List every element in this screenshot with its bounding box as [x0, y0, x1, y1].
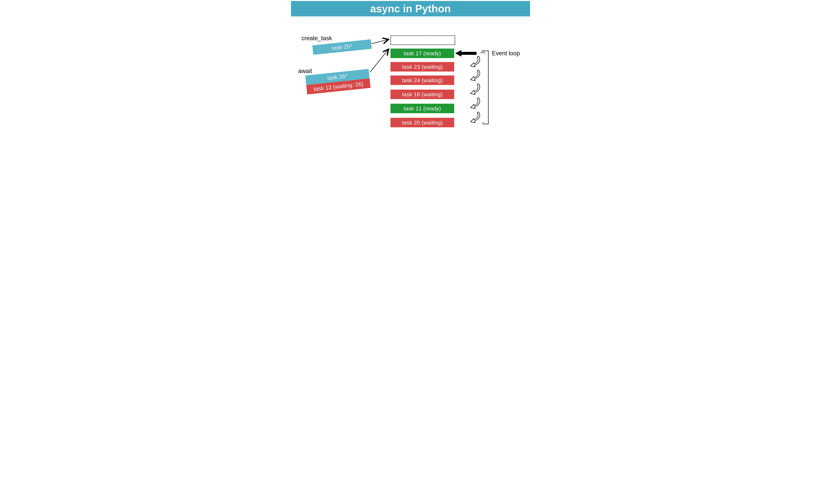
arrow-await-icon: [290, 0, 531, 136]
event-loop-path-icon: [482, 51, 492, 126]
curved-arrow-icon: [470, 83, 483, 96]
curved-arrow-icon: [470, 55, 483, 68]
curved-arrow-icon: [470, 111, 483, 124]
curved-arrow-icon: [470, 97, 483, 110]
svg-line-1: [370, 49, 389, 72]
curved-arrow-icon: [470, 69, 483, 82]
diagram-stage: async in Python create_task await Event …: [290, 0, 531, 136]
